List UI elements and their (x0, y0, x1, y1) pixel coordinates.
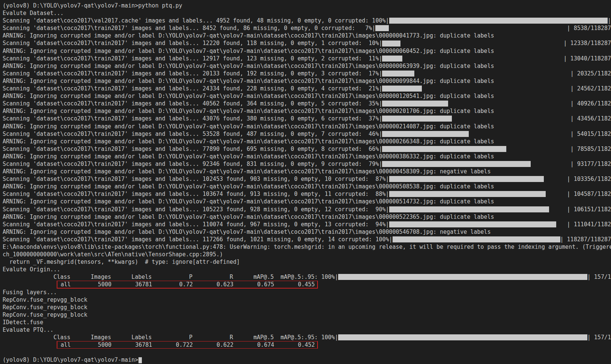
progress-bar-fill (375, 25, 389, 31)
warning-line: ARNING: Ignoring corrupted image and/or … (3, 138, 611, 145)
scan-progress-line: Scanning 'dataset\coco2017\train2017' im… (3, 206, 611, 213)
warning-line: ARNING: Ignoring corrupted image and/or … (3, 168, 611, 175)
scan-progress-line: Scanning 'dataset\coco2017\train2017' im… (3, 85, 611, 92)
progress-bar-fill (393, 236, 560, 242)
progress-bar (393, 236, 560, 242)
progress-count-text: | 12338/118287 (564, 39, 611, 47)
progress-bar-fill (389, 221, 557, 227)
warning-line: ARNING: Ignoring corrupted image and/or … (3, 107, 611, 115)
warning-line: ARNING: Ignoring corrupted image and/or … (3, 32, 611, 39)
progress-prefix-text: Scanning 'dataset\coco2017\train2017' im… (3, 175, 389, 183)
progress-prefix-text: Class Images Labels P R mAP@.5 mAP@.5:.9… (3, 334, 338, 341)
warning-line: ARNING: Ignoring corrupted image and/or … (3, 183, 611, 190)
progress-prefix-text: Scanning 'dataset\coco2017\train2017' im… (3, 206, 389, 213)
output-line: RepConv.fuse_repvgg_block (3, 296, 611, 304)
progress-count-text: | 24562/1182 (570, 85, 611, 92)
progress-prefix-text: Scanning 'dataset\coco2017\train2017' im… (3, 55, 382, 62)
progress-prefix-text: Scanning 'dataset\coco2017\train2017' im… (3, 100, 382, 107)
progress-prefix-text: Scanning 'dataset\coco2017\train2017' im… (3, 70, 382, 77)
progress-prefix-text: Scanning 'dataset\coco2017\val2017.cache… (3, 17, 389, 24)
progress-prefix-text: Scanning 'dataset\coco2017\train2017' im… (3, 130, 382, 138)
progress-count-text: | 40926/1182 (570, 100, 611, 107)
progress-bar (382, 86, 570, 92)
progress-prefix-text: Scanning 'dataset\coco2017\train2017' im… (3, 24, 375, 32)
progress-prefix-text: Scanning 'dataset\coco2017\train2017' im… (3, 160, 382, 168)
progress-bar (382, 161, 570, 167)
progress-bar (389, 206, 567, 212)
metrics-row-highlight-box: all 5000 36781 0.72 0.623 0.675 0.455 (57, 281, 318, 288)
scan-progress-line: Scanning 'dataset\coco2017\train2017' im… (3, 160, 611, 168)
warning-line: ARNING: Ignoring corrupted image and/or … (3, 92, 611, 100)
scan-progress-line: Scanning 'dataset\coco2017\train2017' im… (3, 236, 611, 243)
scan-progress-line: Scanning 'dataset\coco2017\train2017' im… (3, 39, 611, 47)
progress-prefix-text: Scanning 'dataset\coco2017\train2017' im… (3, 85, 382, 92)
progress-count-text: | 157/1 (587, 334, 611, 341)
scan-progress-line: Scanning 'dataset\coco2017\train2017' im… (3, 70, 611, 77)
prompt-line: (yolov8) D:\YOLO\yolov7-qat\yolov7-main> (3, 356, 611, 364)
progress-bar (389, 221, 567, 227)
progress-count-text: | 8538/118287 (567, 24, 611, 32)
progress-count-text: | 78585/1182 (570, 145, 611, 153)
warning-line: ARNING: Ignoring corrupted image and/or … (3, 62, 611, 70)
progress-prefix-text: Scanning 'dataset\coco2017\train2017' im… (3, 39, 382, 47)
progress-bar (338, 274, 587, 280)
progress-bar-fill (382, 101, 448, 107)
progress-bar (375, 25, 567, 31)
scan-progress-line: Scanning 'dataset\coco2017\train2017' im… (3, 175, 611, 183)
output-line: IDetect.fuse (3, 319, 611, 326)
progress-count-text: | 106151/1182 (567, 206, 611, 213)
progress-prefix-text: Scanning 'dataset\coco2017\train2017' im… (3, 115, 382, 122)
progress-bar (389, 18, 608, 24)
metrics-row-indent (3, 341, 57, 348)
scan-progress-line: Scanning 'dataset\coco2017\train2017' im… (3, 221, 611, 228)
progress-count-text: | 111041/1182 (567, 221, 611, 228)
metrics-progress-line: Class Images Labels P R mAP@.5 mAP@.5:.9… (3, 334, 611, 341)
scan-progress-line: Scanning 'dataset\coco2017\train2017' im… (3, 24, 611, 32)
progress-bar (382, 71, 570, 77)
warning-line: ARNING: Ignoring corrupted image and/or … (3, 228, 611, 236)
scan-progress-line: Scanning 'dataset\coco2017\train2017' im… (3, 115, 611, 122)
warning-line: ARNING: Ignoring corrupted image and/or … (3, 123, 611, 130)
metrics-row-line: all 5000 36781 0.72 0.623 0.675 0.455 (3, 281, 611, 288)
progress-count-text: | 54015/1182 (570, 130, 611, 138)
terminal-cursor (138, 357, 142, 363)
progress-bar (382, 41, 563, 47)
progress-count-text: | 43456/1182 (570, 115, 611, 122)
output-line: Evalute Dataset... (3, 9, 611, 17)
progress-bar-fill (382, 41, 400, 47)
progress-count-text: | (608, 17, 611, 24)
progress-bar (389, 176, 567, 182)
metrics-row-highlight-box: all 5000 36781 0.722 0.622 0.674 0.452 (57, 341, 318, 349)
progress-count-text: | 103356/1182 (567, 175, 611, 183)
warning-line: ARNING: Ignoring corrupted image and/or … (3, 213, 611, 221)
progress-bar (382, 146, 570, 152)
metrics-row-indent (3, 281, 57, 288)
progress-count-text: | 20325/1182 (570, 70, 611, 77)
progress-count-text: | 118287/118287 (560, 236, 611, 243)
progress-bar (382, 56, 563, 62)
warning-line: ARNING: Ignoring corrupted image and/or … (3, 153, 611, 160)
progress-bar (389, 191, 567, 197)
progress-bar-fill (382, 116, 451, 122)
scan-progress-line: Scanning 'dataset\coco2017\val2017.cache… (3, 17, 611, 24)
scan-progress-line: Scanning 'dataset\coco2017\train2017' im… (3, 145, 611, 153)
output-line: return _VF.meshgrid(tensors, **kwargs) #… (3, 258, 611, 266)
terminal-window[interactable]: (yolov8) D:\YOLO\yolov7-qat\yolov7-main>… (0, 0, 611, 364)
prompt-text: (yolov8) D:\YOLO\yolov7-qat\yolov7-main> (3, 356, 138, 363)
prompt-command-line: (yolov8) D:\YOLO\yolov7-qat\yolov7-main>… (3, 2, 611, 9)
warning-line: E:\Anaconda\envs\yolov8\lib\site-package… (3, 243, 611, 251)
progress-count-text: | 93177/1182 (570, 160, 611, 168)
progress-bar-fill (389, 206, 549, 212)
warning-line: ch_1000000000000\work\aten\src\ATen\nati… (3, 251, 611, 258)
progress-bar-fill (382, 86, 421, 92)
progress-bar-fill (338, 274, 587, 280)
progress-bar-fill (382, 146, 506, 152)
progress-prefix-text: Scanning 'dataset\coco2017\train2017' im… (3, 190, 389, 198)
progress-prefix-text: Class Images Labels P R mAP@.5 mAP@.5:.9… (3, 273, 338, 281)
output-line: Evaluate PTQ... (3, 326, 611, 334)
output-line: RepConv.fuse_repvgg_block (3, 311, 611, 319)
progress-bar (382, 101, 570, 107)
progress-count-text: | 104587/1182 (567, 190, 611, 198)
progress-bar-fill (389, 191, 546, 197)
progress-bar-fill (338, 334, 587, 340)
